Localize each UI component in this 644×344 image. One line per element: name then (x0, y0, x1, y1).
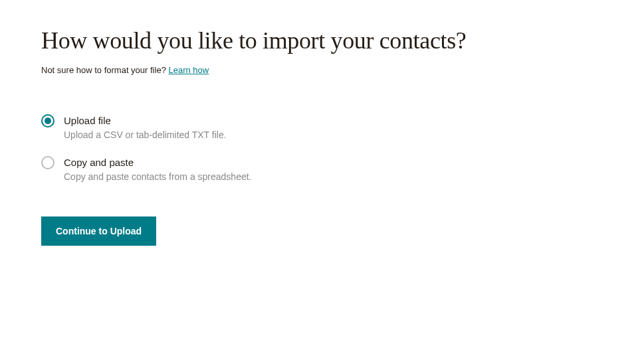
radio-upload-file[interactable] (41, 114, 54, 128)
option-copy-paste-desc: Copy and paste contacts from a spreadshe… (64, 171, 252, 184)
import-options: Upload file Upload a CSV or tab-delimite… (41, 114, 644, 183)
option-copy-paste-texts: Copy and paste Copy and paste contacts f… (64, 155, 252, 184)
option-upload-file[interactable]: Upload file Upload a CSV or tab-delimite… (41, 114, 644, 142)
format-help-text: Not sure how to format your file? (41, 65, 168, 75)
option-upload-file-title: Upload file (64, 114, 227, 128)
option-copy-paste-title: Copy and paste (64, 155, 252, 169)
page-title: How would you like to import your contac… (41, 27, 644, 54)
radio-copy-paste[interactable] (41, 156, 54, 169)
option-copy-paste[interactable]: Copy and paste Copy and paste contacts f… (41, 155, 644, 184)
continue-button[interactable]: Continue to Upload (41, 216, 156, 246)
format-help-row: Not sure how to format your file? Learn … (41, 65, 644, 75)
learn-how-link[interactable]: Learn how (168, 65, 209, 75)
option-upload-file-desc: Upload a CSV or tab-delimited TXT file. (64, 129, 227, 142)
option-upload-file-texts: Upload file Upload a CSV or tab-delimite… (64, 114, 227, 142)
